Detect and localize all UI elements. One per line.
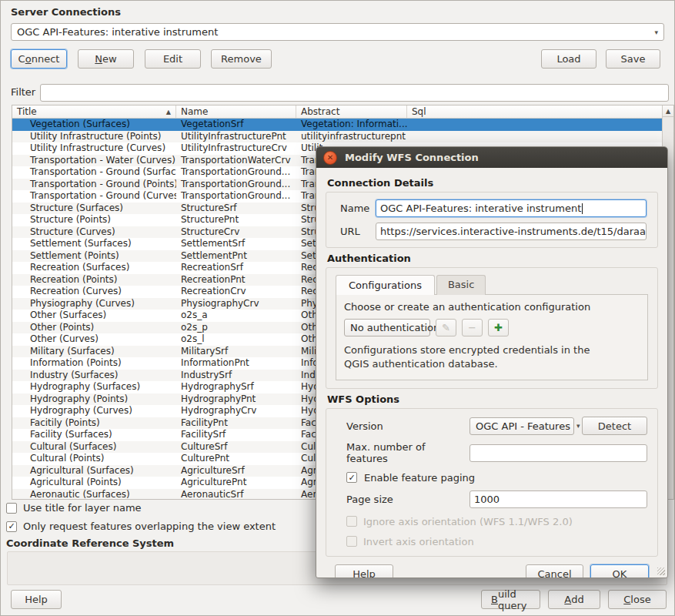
scroll-up-icon[interactable]: ▲	[663, 105, 673, 117]
tab-basic[interactable]: Basic	[436, 275, 486, 295]
use-title-checkbox[interactable]	[6, 503, 17, 514]
cell-name: FacilityPnt	[176, 417, 296, 430]
cell-name: o2s_p	[176, 322, 296, 334]
cell-title: Aeronautic (Surfaces)	[12, 489, 176, 500]
auth-config-select-value: No authentication	[350, 322, 439, 333]
wfs-options-group: Version OGC API - Features ▾ Detect Max.…	[326, 408, 658, 557]
overlap-extent-checkbox-row[interactable]: Only request features overlapping the vi…	[6, 521, 276, 532]
enable-paging-checkbox[interactable]	[346, 472, 357, 483]
page-size-row: Page size 1000	[346, 490, 647, 508]
name-field[interactable]: OGC API-Features: interative instrument	[376, 199, 647, 217]
cell-title: Physiography (Curves)	[12, 298, 176, 310]
cell-title: Other (Points)	[12, 322, 176, 334]
column-header-title-label: Title	[17, 106, 37, 117]
build-query-button[interactable]: Build query	[481, 590, 540, 609]
cell-title: Agricultural (Surfaces)	[12, 465, 176, 477]
close-icon[interactable]: ✕	[323, 151, 337, 165]
modify-wfs-connection-dialog: ✕ Modify WFS Connection Connection Detai…	[316, 146, 668, 578]
add-auth-icon[interactable]: ✚	[488, 319, 509, 336]
chevron-down-icon: ▾	[576, 422, 580, 430]
dialog-titlebar[interactable]: ✕ Modify WFS Connection	[316, 147, 667, 168]
cell-name: SettlementPnt	[176, 250, 296, 263]
cell-title: Hydrography (Surfaces)	[12, 381, 176, 393]
dialog-footer: Help Cancel OK	[326, 557, 658, 578]
paging-row[interactable]: Enable feature paging	[346, 470, 647, 484]
column-header-name-label: Name	[181, 106, 208, 117]
cell-name: o2s_l	[176, 333, 296, 346]
dialog-help-button[interactable]: Help	[335, 564, 393, 578]
url-field-value: https://services.interactive-instruments…	[380, 226, 646, 237]
auth-config-select[interactable]: No authentication ▾	[344, 319, 430, 336]
add-button[interactable]: Add	[548, 590, 600, 609]
connection-select[interactable]: OGC API-Features: interative instrument …	[11, 23, 664, 41]
cell-title: Recreation (Surfaces)	[12, 262, 176, 274]
remove-button[interactable]: Remove	[211, 49, 272, 69]
cell-name: HydrographyPnt	[176, 393, 296, 406]
new-button[interactable]: New	[78, 49, 134, 69]
enable-paging-label: Enable feature paging	[364, 472, 475, 484]
authentication-tabs: Configurations Basic	[336, 275, 648, 295]
name-field-value: OGC API-Features: interative instrument	[380, 203, 581, 214]
tab-configurations[interactable]: Configurations	[336, 275, 435, 295]
connect-button[interactable]: Connect	[11, 49, 67, 69]
table-row[interactable]: Utility Infrastructure (Points)UtilityIn…	[12, 131, 673, 143]
configurations-tab-panel: Choose or create an authentication confi…	[336, 294, 648, 380]
qgis-add-wfs-layer-window: { "server_connections": { "heading": "Se…	[0, 0, 675, 616]
server-connections-heading: Server Connections	[11, 6, 121, 18]
cell-name: IndustrySrf	[176, 370, 296, 382]
cell-title: Cultural (Surfaces)	[12, 441, 176, 454]
cell-title: Vegetation (Surfaces)	[12, 119, 176, 131]
cell-title: Transportation - Ground (Curves)	[12, 190, 176, 203]
cell-name: InformationPnt	[176, 357, 296, 370]
filter-input[interactable]	[40, 84, 669, 102]
layer-table-header: Title ▲ Name Abstract Sql	[12, 105, 673, 119]
cell-name: AgriculturePnt	[176, 477, 296, 489]
cell-title: Transportation - Water (Curves)	[12, 155, 176, 167]
invert-axis-checkbox	[346, 536, 357, 547]
load-button[interactable]: Load	[541, 49, 596, 69]
cancel-button[interactable]: Cancel	[526, 564, 583, 578]
cell-title: Agricultural (Points)	[12, 477, 176, 489]
cell-name: HydrographySrf	[176, 381, 296, 393]
cell-name: o2s_a	[176, 310, 296, 322]
column-header-title[interactable]: Title ▲	[12, 105, 176, 118]
connection-details-heading: Connection Details	[327, 177, 658, 189]
cell-title: Settlement (Surfaces)	[12, 238, 176, 250]
version-select[interactable]: OGC API - Features ▾	[469, 417, 574, 435]
close-button[interactable]: Close	[608, 590, 667, 609]
max-features-label: Max. number of features	[346, 441, 469, 464]
ok-button[interactable]: OK	[590, 564, 649, 578]
auth-tool-row: No authentication ▾ ✎ − ✚	[344, 319, 640, 336]
cell-title: Other (Surfaces)	[12, 310, 176, 322]
cell-name: TransportationWaterCrv	[176, 155, 296, 167]
table-row[interactable]: Vegetation (Surfaces)VegetationSrfVegeta…	[12, 119, 673, 131]
overlap-extent-label: Only request features overlapping the vi…	[23, 521, 276, 532]
cell-title: Recreation (Points)	[12, 274, 176, 286]
remove-auth-icon[interactable]: −	[462, 319, 483, 336]
help-button[interactable]: Help	[11, 590, 62, 609]
dialog-title: Modify WFS Connection	[345, 152, 479, 163]
cell-title: Recreation (Curves)	[12, 286, 176, 298]
cell-title: Hydrography (Points)	[12, 393, 176, 406]
page-size-field[interactable]: 1000	[469, 490, 647, 508]
url-field[interactable]: https://services.interactive-instruments…	[376, 223, 647, 240]
column-header-name[interactable]: Name	[176, 105, 296, 118]
cell-name: RecreationSrf	[176, 262, 296, 274]
resize-grip[interactable]	[657, 567, 665, 575]
auth-note-text: Configurations store encrypted credentia…	[344, 343, 610, 370]
overlap-extent-checkbox[interactable]	[6, 521, 17, 532]
edit-auth-icon[interactable]: ✎	[436, 319, 456, 336]
name-label: Name	[340, 203, 376, 214]
column-header-abstract[interactable]: Abstract	[296, 105, 407, 118]
cell-title: Utility Infrastructure (Curves)	[12, 142, 176, 155]
use-title-checkbox-row[interactable]: Use title for layer name	[6, 502, 142, 514]
detect-button[interactable]: Detect	[582, 417, 647, 435]
max-features-field[interactable]	[469, 444, 647, 462]
crs-heading: Coordinate Reference System	[6, 537, 174, 549]
edit-button[interactable]: Edit	[145, 49, 201, 69]
column-header-sql[interactable]: Sql	[407, 105, 673, 118]
dialog-body: Connection Details Name OGC API-Features…	[316, 168, 667, 578]
version-select-value: OGC API - Features	[476, 420, 570, 432]
save-button[interactable]: Save	[606, 49, 660, 69]
invert-axis-label: Invert axis orientation	[363, 536, 474, 547]
